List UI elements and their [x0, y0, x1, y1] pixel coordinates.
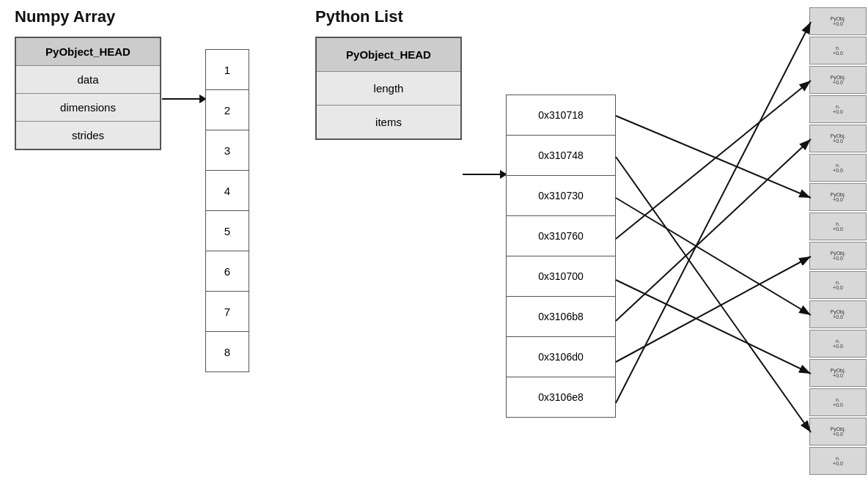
array-cell-5: 5	[205, 210, 249, 251]
right-item-13: n.+0.0	[809, 388, 867, 416]
right-item-3: n.+0.0	[809, 95, 867, 123]
right-item-15: n.+0.0	[809, 447, 867, 475]
numpy-box: PyObject_HEAD data dimensions strides	[15, 37, 161, 150]
svg-line-5	[616, 280, 811, 374]
address-cell-4: 0x310700	[506, 256, 616, 297]
right-item-4: PyObj.+0.0	[809, 125, 867, 152]
arrow-numpy-to-array	[162, 98, 206, 100]
address-cell-1: 0x310748	[506, 135, 616, 176]
array-cell-1: 1	[205, 49, 249, 90]
right-item-10: PyObj.+0.0	[809, 300, 867, 328]
array-cell-8: 8	[205, 331, 249, 372]
address-cell-6: 0x3106d0	[506, 336, 616, 377]
svg-line-1	[616, 116, 811, 198]
arrow-items-to-addresses	[463, 174, 507, 175]
svg-line-4	[616, 81, 811, 239]
pylist-title: Python List	[315, 7, 403, 26]
right-item-5: n.+0.0	[809, 154, 867, 182]
pylist-cell-items: items	[317, 106, 460, 138]
numpy-cell-strides: strides	[16, 122, 160, 149]
array-cell-3: 3	[205, 130, 249, 171]
svg-line-3	[616, 198, 811, 315]
right-item-2: PyObj.+0.0	[809, 66, 867, 94]
right-column: PyObj.+0.0n.+0.0PyObj.+0.0n.+0.0PyObj.+0…	[809, 7, 868, 476]
numpy-title: Numpy Array	[15, 7, 115, 26]
array-number-boxes: 1 2 3 4 5 6 7 8	[205, 50, 249, 372]
right-item-11: n.+0.0	[809, 330, 867, 358]
right-item-9: n.+0.0	[809, 271, 867, 299]
pylist-box: PyObject_HEAD length items	[315, 37, 462, 140]
svg-line-2	[616, 157, 811, 432]
diagram-container: Numpy Array PyObject_HEAD data dimension…	[0, 0, 868, 488]
address-cell-7: 0x3106e8	[506, 377, 616, 418]
array-cell-2: 2	[205, 89, 249, 130]
svg-line-8	[616, 22, 811, 403]
numpy-cell-head: PyObject_HEAD	[16, 38, 160, 66]
svg-line-6	[616, 139, 811, 321]
pylist-cell-head: PyObject_HEAD	[317, 38, 460, 72]
array-cell-4: 4	[205, 170, 249, 211]
right-item-1: n.+0.0	[809, 37, 867, 64]
right-item-8: PyObj.+0.0	[809, 242, 867, 270]
address-cell-5: 0x3106b8	[506, 296, 616, 337]
right-item-14: PyObj.+0.0	[809, 418, 867, 446]
right-item-6: PyObj.+0.0	[809, 183, 867, 211]
right-item-12: PyObj.+0.0	[809, 359, 867, 387]
address-cell-0: 0x310718	[506, 95, 616, 136]
numpy-cell-data: data	[16, 66, 160, 94]
array-cell-7: 7	[205, 291, 249, 332]
right-item-0: PyObj.+0.0	[809, 7, 867, 35]
svg-line-7	[616, 256, 811, 362]
address-cell-2: 0x310730	[506, 175, 616, 216]
numpy-cell-dimensions: dimensions	[16, 94, 160, 122]
address-cell-3: 0x310760	[506, 215, 616, 256]
right-item-7: n.+0.0	[809, 212, 867, 240]
pylist-cell-length: length	[317, 72, 460, 106]
array-cell-6: 6	[205, 251, 249, 292]
address-boxes: 0x310718 0x310748 0x310730 0x310760 0x31…	[506, 95, 616, 418]
